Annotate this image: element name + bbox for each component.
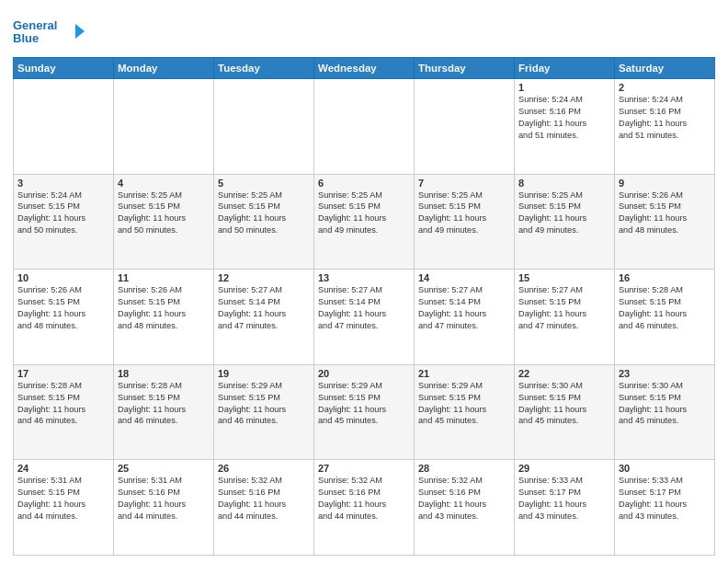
- day-info: Sunrise: 5:28 AM Sunset: 5:15 PM Dayligh…: [619, 284, 711, 332]
- day-info: Sunrise: 5:27 AM Sunset: 5:14 PM Dayligh…: [318, 284, 410, 332]
- calendar-cell: [214, 79, 314, 175]
- day-number: 21: [418, 368, 510, 379]
- day-info: Sunrise: 5:25 AM Sunset: 5:15 PM Dayligh…: [318, 190, 410, 237]
- weekday-header-sunday: Sunday: [14, 58, 114, 79]
- calendar-week-1: 1Sunrise: 5:24 AM Sunset: 5:16 PM Daylig…: [14, 79, 715, 175]
- calendar-cell: 1Sunrise: 5:24 AM Sunset: 5:16 PM Daylig…: [515, 79, 615, 175]
- day-number: 9: [619, 178, 711, 189]
- day-number: 17: [17, 368, 109, 379]
- day-info: Sunrise: 5:24 AM Sunset: 5:16 PM Dayligh…: [619, 94, 711, 142]
- calendar-cell: 17Sunrise: 5:28 AM Sunset: 5:15 PM Dayli…: [14, 364, 114, 460]
- day-info: Sunrise: 5:30 AM Sunset: 5:15 PM Dayligh…: [619, 380, 711, 428]
- calendar-cell: [314, 79, 415, 175]
- calendar-cell: 13Sunrise: 5:27 AM Sunset: 5:14 PM Dayli…: [314, 270, 415, 365]
- calendar-cell: 19Sunrise: 5:29 AM Sunset: 5:15 PM Dayli…: [214, 364, 314, 460]
- day-number: 22: [518, 368, 610, 379]
- day-number: 27: [318, 463, 410, 474]
- day-number: 28: [418, 463, 510, 474]
- calendar-cell: 27Sunrise: 5:32 AM Sunset: 5:16 PM Dayli…: [314, 460, 415, 556]
- calendar-cell: 6Sunrise: 5:25 AM Sunset: 5:15 PM Daylig…: [314, 174, 415, 270]
- calendar-cell: 15Sunrise: 5:27 AM Sunset: 5:15 PM Dayli…: [515, 270, 615, 365]
- calendar-cell: 4Sunrise: 5:25 AM Sunset: 5:15 PM Daylig…: [114, 174, 214, 270]
- day-info: Sunrise: 5:26 AM Sunset: 5:15 PM Dayligh…: [619, 190, 711, 237]
- calendar-cell: [114, 79, 214, 175]
- day-number: 20: [318, 368, 410, 379]
- calendar-cell: 9Sunrise: 5:26 AM Sunset: 5:15 PM Daylig…: [615, 174, 715, 270]
- day-number: 13: [318, 272, 410, 283]
- calendar-cell: 7Sunrise: 5:25 AM Sunset: 5:15 PM Daylig…: [415, 174, 515, 270]
- day-info: Sunrise: 5:32 AM Sunset: 5:16 PM Dayligh…: [218, 475, 310, 523]
- calendar-cell: 11Sunrise: 5:26 AM Sunset: 5:15 PM Dayli…: [114, 270, 214, 365]
- day-number: 16: [619, 272, 711, 283]
- day-info: Sunrise: 5:31 AM Sunset: 5:16 PM Dayligh…: [118, 475, 210, 523]
- day-info: Sunrise: 5:24 AM Sunset: 5:16 PM Dayligh…: [518, 94, 610, 142]
- day-info: Sunrise: 5:33 AM Sunset: 5:17 PM Dayligh…: [619, 475, 711, 523]
- day-number: 30: [619, 463, 711, 474]
- day-info: Sunrise: 5:29 AM Sunset: 5:15 PM Dayligh…: [218, 380, 310, 428]
- calendar-week-4: 17Sunrise: 5:28 AM Sunset: 5:15 PM Dayli…: [14, 364, 715, 460]
- day-number: 1: [518, 82, 610, 93]
- svg-text:Blue: Blue: [13, 31, 39, 45]
- calendar-cell: 24Sunrise: 5:31 AM Sunset: 5:15 PM Dayli…: [14, 460, 114, 556]
- header: General Blue: [13, 11, 715, 52]
- calendar-cell: 18Sunrise: 5:28 AM Sunset: 5:15 PM Dayli…: [114, 364, 214, 460]
- calendar-cell: 23Sunrise: 5:30 AM Sunset: 5:15 PM Dayli…: [615, 364, 715, 460]
- day-number: 15: [518, 272, 610, 283]
- weekday-header-monday: Monday: [114, 58, 214, 79]
- svg-text:General: General: [13, 18, 57, 32]
- day-number: 14: [418, 272, 510, 283]
- calendar-week-3: 10Sunrise: 5:26 AM Sunset: 5:15 PM Dayli…: [14, 270, 715, 365]
- day-info: Sunrise: 5:25 AM Sunset: 5:15 PM Dayligh…: [418, 190, 510, 237]
- day-number: 12: [218, 272, 310, 283]
- day-info: Sunrise: 5:25 AM Sunset: 5:15 PM Dayligh…: [218, 190, 310, 237]
- calendar-cell: 12Sunrise: 5:27 AM Sunset: 5:14 PM Dayli…: [214, 270, 314, 365]
- calendar-cell: 3Sunrise: 5:24 AM Sunset: 5:15 PM Daylig…: [14, 174, 114, 270]
- day-number: 23: [619, 368, 711, 379]
- day-info: Sunrise: 5:25 AM Sunset: 5:15 PM Dayligh…: [118, 190, 210, 237]
- calendar-cell: 8Sunrise: 5:25 AM Sunset: 5:15 PM Daylig…: [515, 174, 615, 270]
- day-info: Sunrise: 5:32 AM Sunset: 5:16 PM Dayligh…: [318, 475, 410, 523]
- day-info: Sunrise: 5:24 AM Sunset: 5:15 PM Dayligh…: [17, 190, 109, 237]
- page: General Blue SundayMondayTuesdayWednesda…: [0, 0, 728, 563]
- weekday-header-tuesday: Tuesday: [214, 58, 314, 79]
- day-info: Sunrise: 5:29 AM Sunset: 5:15 PM Dayligh…: [318, 380, 410, 428]
- day-number: 3: [17, 178, 109, 189]
- svg-marker-2: [75, 24, 85, 39]
- calendar-cell: 16Sunrise: 5:28 AM Sunset: 5:15 PM Dayli…: [615, 270, 715, 365]
- day-number: 5: [218, 178, 310, 189]
- calendar-cell: 20Sunrise: 5:29 AM Sunset: 5:15 PM Dayli…: [314, 364, 415, 460]
- day-info: Sunrise: 5:26 AM Sunset: 5:15 PM Dayligh…: [17, 284, 109, 332]
- day-number: 8: [518, 178, 610, 189]
- day-number: 25: [118, 463, 210, 474]
- day-info: Sunrise: 5:27 AM Sunset: 5:14 PM Dayligh…: [418, 284, 510, 332]
- calendar-week-2: 3Sunrise: 5:24 AM Sunset: 5:15 PM Daylig…: [14, 174, 715, 270]
- calendar-table: SundayMondayTuesdayWednesdayThursdayFrid…: [13, 57, 715, 556]
- day-info: Sunrise: 5:30 AM Sunset: 5:15 PM Dayligh…: [518, 380, 610, 428]
- weekday-header-saturday: Saturday: [615, 58, 715, 79]
- logo: General Blue: [13, 15, 86, 52]
- day-info: Sunrise: 5:25 AM Sunset: 5:15 PM Dayligh…: [518, 190, 610, 237]
- calendar-cell: [415, 79, 515, 175]
- weekday-header-friday: Friday: [515, 58, 615, 79]
- calendar-week-5: 24Sunrise: 5:31 AM Sunset: 5:15 PM Dayli…: [14, 460, 715, 556]
- weekday-header-thursday: Thursday: [415, 58, 515, 79]
- calendar-cell: 10Sunrise: 5:26 AM Sunset: 5:15 PM Dayli…: [14, 270, 114, 365]
- calendar-cell: 2Sunrise: 5:24 AM Sunset: 5:16 PM Daylig…: [615, 79, 715, 175]
- calendar-cell: 22Sunrise: 5:30 AM Sunset: 5:15 PM Dayli…: [515, 364, 615, 460]
- day-info: Sunrise: 5:26 AM Sunset: 5:15 PM Dayligh…: [118, 284, 210, 332]
- day-number: 2: [619, 82, 711, 93]
- calendar-cell: 26Sunrise: 5:32 AM Sunset: 5:16 PM Dayli…: [214, 460, 314, 556]
- day-info: Sunrise: 5:32 AM Sunset: 5:16 PM Dayligh…: [418, 475, 510, 523]
- calendar-cell: 21Sunrise: 5:29 AM Sunset: 5:15 PM Dayli…: [415, 364, 515, 460]
- day-number: 24: [17, 463, 109, 474]
- weekday-header-wednesday: Wednesday: [314, 58, 415, 79]
- day-info: Sunrise: 5:33 AM Sunset: 5:17 PM Dayligh…: [518, 475, 610, 523]
- day-info: Sunrise: 5:27 AM Sunset: 5:15 PM Dayligh…: [518, 284, 610, 332]
- day-number: 10: [17, 272, 109, 283]
- calendar-cell: 5Sunrise: 5:25 AM Sunset: 5:15 PM Daylig…: [214, 174, 314, 270]
- day-number: 29: [518, 463, 610, 474]
- day-number: 18: [118, 368, 210, 379]
- day-number: 19: [218, 368, 310, 379]
- day-info: Sunrise: 5:28 AM Sunset: 5:15 PM Dayligh…: [17, 380, 109, 428]
- calendar-cell: 28Sunrise: 5:32 AM Sunset: 5:16 PM Dayli…: [415, 460, 515, 556]
